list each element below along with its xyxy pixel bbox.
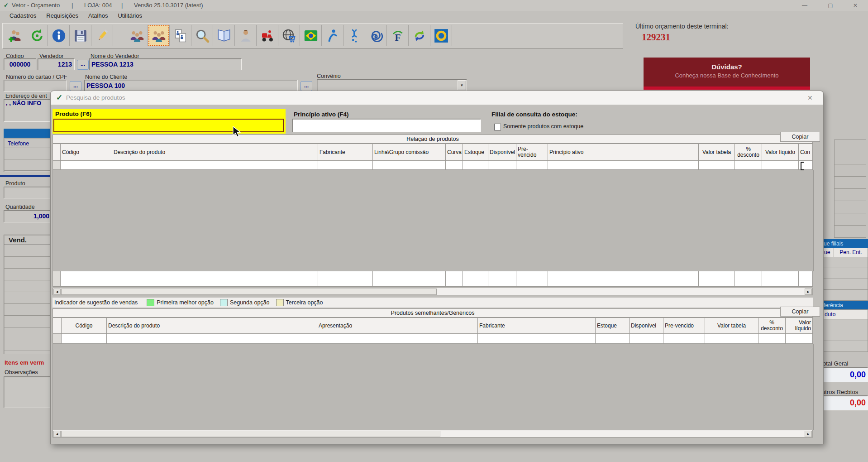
- grid-cell[interactable]: [62, 334, 107, 344]
- principio-ativo-input[interactable]: [292, 119, 481, 132]
- grid-cell[interactable]: [112, 161, 318, 170]
- person-running-icon[interactable]: [322, 25, 343, 46]
- convenio-select[interactable]: ▼: [317, 79, 467, 91]
- grid-cell[interactable]: [317, 334, 478, 344]
- grid-cell[interactable]: [663, 334, 705, 344]
- grid-cell[interactable]: [758, 334, 786, 344]
- clients-icon[interactable]: [126, 25, 148, 46]
- grid-cell[interactable]: [735, 271, 762, 287]
- grid-cell[interactable]: [478, 334, 596, 344]
- grid-cell[interactable]: [463, 271, 488, 287]
- grid-cell[interactable]: [318, 161, 373, 170]
- genericos-hscrollbar[interactable]: ◄ ►: [52, 430, 813, 438]
- grid-cell[interactable]: [318, 271, 373, 287]
- minimize-icon[interactable]: —: [796, 1, 814, 10]
- copiar-button-genericos[interactable]: Copiar: [780, 307, 820, 317]
- column-header-selector[interactable]: [52, 318, 62, 334]
- grid-cell[interactable]: [799, 271, 813, 287]
- maximize-icon[interactable]: ▢: [821, 1, 839, 10]
- grid-cell[interactable]: [762, 161, 799, 170]
- cartao-browse-button[interactable]: ...: [70, 81, 81, 91]
- grid-cell[interactable]: [52, 161, 61, 170]
- menu-item-atalhos[interactable]: Atalhos: [83, 11, 113, 21]
- dna-icon[interactable]: [343, 25, 365, 46]
- column-header-estoque[interactable]: Estoque: [596, 318, 630, 334]
- grid-cell[interactable]: [699, 161, 735, 170]
- genericos-scroll-thumb[interactable]: [61, 431, 440, 437]
- chevron-down-icon[interactable]: ▼: [458, 80, 466, 90]
- grid-cell[interactable]: [112, 271, 318, 287]
- brazil-flag-icon[interactable]: [300, 25, 322, 46]
- endereco-box[interactable]: , , NÃO INFO: [4, 99, 54, 122]
- grid-cell[interactable]: [61, 271, 112, 287]
- grid-cell[interactable]: [52, 271, 61, 287]
- menu-item-requisicoes[interactable]: Requisições: [41, 11, 83, 21]
- web-shopping-icon[interactable]: [278, 25, 300, 46]
- grid-cell[interactable]: [107, 334, 317, 344]
- vendedor-browse-button[interactable]: ...: [77, 60, 89, 70]
- grid-cell[interactable]: [488, 161, 516, 170]
- catalog-icon[interactable]: [213, 25, 235, 46]
- add-client-icon[interactable]: [5, 25, 26, 46]
- ring-icon[interactable]: [430, 25, 452, 46]
- column-header-%desconto[interactable]: % desconto: [735, 144, 762, 161]
- edit-icon[interactable]: [91, 25, 113, 46]
- save-icon[interactable]: [70, 25, 91, 46]
- column-header-prevencido[interactable]: Pre-vencido: [516, 144, 548, 161]
- observacoes-textarea[interactable]: [4, 376, 54, 408]
- column-header-fabricante[interactable]: Fabricante: [318, 144, 373, 161]
- column-header-codigo[interactable]: Código: [62, 318, 107, 334]
- column-header-valorliquido[interactable]: Valor líquido: [762, 144, 799, 161]
- grid-cell[interactable]: [52, 334, 62, 344]
- dialog-close-icon[interactable]: ✕: [807, 94, 813, 101]
- vend-column-header[interactable]: Vend.: [4, 235, 54, 245]
- relacao-scroll-thumb[interactable]: [61, 289, 437, 295]
- column-header-fabricante[interactable]: Fabricante: [478, 318, 596, 334]
- grid-cell[interactable]: [446, 271, 463, 287]
- f-logo-icon[interactable]: F: [387, 25, 409, 46]
- column-header-disponivel[interactable]: Disponível: [630, 318, 663, 334]
- produto-f6-input[interactable]: [53, 119, 284, 132]
- column-header-descricaodoproduto[interactable]: Descrição do produto: [107, 318, 317, 334]
- somente-estoque-checkbox[interactable]: [494, 124, 501, 130]
- codigo-field[interactable]: 000000: [4, 58, 36, 70]
- grid-cell[interactable]: [446, 161, 463, 170]
- scroll-right-icon[interactable]: ►: [805, 431, 812, 437]
- column-header-valortabela[interactable]: Valor tabela: [705, 318, 758, 334]
- grid-cell[interactable]: [516, 161, 548, 170]
- grid-cell[interactable]: [705, 334, 758, 344]
- delivery-icon[interactable]: [257, 25, 278, 46]
- column-header-codigo[interactable]: Código: [61, 144, 112, 161]
- menu-item-cadastros[interactable]: Cadastros: [5, 11, 41, 21]
- column-header-descricaodoproduto[interactable]: Descrição do produto: [112, 144, 318, 161]
- grid-cell[interactable]: [735, 161, 762, 170]
- scroll-left-icon[interactable]: ◄: [53, 431, 61, 437]
- sync-icon[interactable]: [409, 25, 430, 46]
- copy-documents-icon[interactable]: [170, 25, 191, 46]
- column-header-selector[interactable]: [52, 144, 61, 161]
- column-header-disponivel[interactable]: Disponível: [488, 144, 516, 161]
- column-header-con[interactable]: Con: [799, 144, 813, 161]
- person-icon[interactable]: [235, 25, 257, 46]
- telefone-column-header[interactable]: Telefone: [4, 138, 54, 148]
- cartao-field[interactable]: [4, 80, 67, 91]
- spiral-icon[interactable]: [365, 25, 387, 46]
- clients-selected-icon[interactable]: [148, 25, 170, 46]
- column-header-principioativo[interactable]: Princípio ativo: [548, 144, 699, 161]
- quantidade-field[interactable]: 1,000: [4, 210, 54, 222]
- filiais-col-estoque[interactable]: ue: [823, 248, 834, 257]
- referencia-col-produto[interactable]: duto: [823, 311, 835, 318]
- telefone-row[interactable]: [4, 148, 54, 159]
- close-icon[interactable]: ✕: [846, 1, 864, 10]
- column-header-valortabela[interactable]: Valor tabela: [699, 144, 735, 161]
- grid-cell[interactable]: [516, 271, 548, 287]
- relacao-hscrollbar[interactable]: ◄ ►: [52, 288, 813, 295]
- search-icon[interactable]: [191, 25, 213, 46]
- nome-vendedor-field[interactable]: PESSOA 1213: [89, 58, 242, 70]
- grid-cell[interactable]: [373, 161, 446, 170]
- grid-cell[interactable]: [463, 161, 488, 170]
- grid-cell[interactable]: [373, 271, 446, 287]
- cliente-browse-button[interactable]: ...: [300, 81, 312, 91]
- copiar-button-relacao[interactable]: Copiar: [780, 132, 820, 142]
- grid-cell[interactable]: [488, 271, 516, 287]
